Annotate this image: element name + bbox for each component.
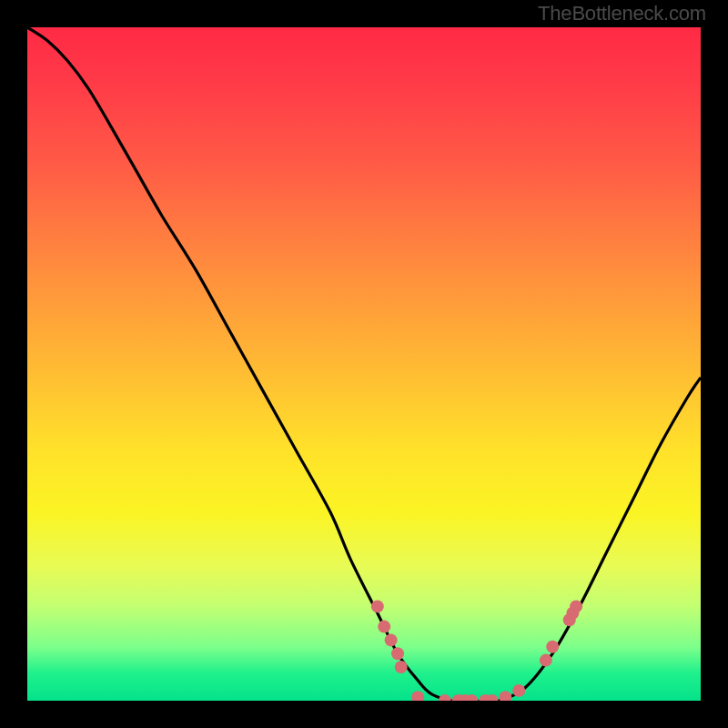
data-dot	[391, 647, 404, 660]
watermark-text: TheBottleneck.com	[538, 2, 706, 25]
data-dot	[479, 694, 491, 701]
curve-line	[27, 27, 701, 701]
data-dot	[546, 641, 559, 653]
data-dot	[452, 694, 465, 701]
data-dot	[385, 633, 398, 646]
chart-svg	[27, 27, 701, 701]
chart-plot-area	[27, 27, 701, 701]
data-dot	[540, 654, 552, 667]
data-dots	[371, 600, 582, 701]
data-dot	[486, 694, 499, 701]
data-dot	[512, 684, 525, 697]
data-dot	[411, 691, 424, 701]
data-dot	[465, 694, 478, 701]
data-dot	[395, 661, 408, 673]
data-dot	[570, 600, 582, 612]
data-dot	[371, 600, 384, 612]
data-dot	[563, 613, 576, 626]
data-dot	[439, 694, 451, 701]
data-dot	[378, 621, 390, 633]
data-dot	[499, 691, 511, 701]
data-dot	[459, 694, 471, 701]
data-dot	[566, 607, 579, 620]
